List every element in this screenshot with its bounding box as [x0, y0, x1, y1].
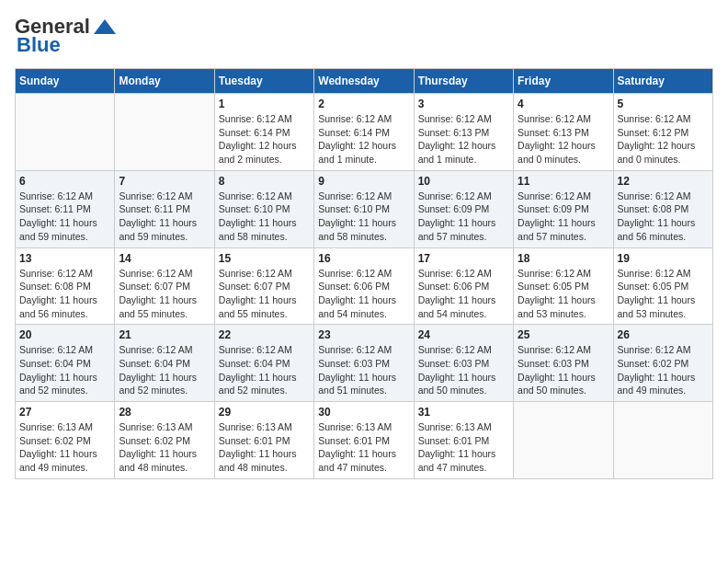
day-info: Sunrise: 6:12 AMSunset: 6:05 PMDaylight:… — [618, 267, 709, 321]
day-number: 10 — [418, 175, 509, 188]
calendar-day-cell: 3Sunrise: 6:12 AMSunset: 6:13 PMDaylight… — [414, 94, 513, 171]
day-info: Sunrise: 6:12 AMSunset: 6:08 PMDaylight:… — [618, 190, 709, 244]
svg-marker-0 — [94, 19, 116, 34]
calendar-day-cell: 18Sunrise: 6:12 AMSunset: 6:05 PMDayligh… — [514, 247, 613, 325]
calendar-day-cell: 1Sunrise: 6:12 AMSunset: 6:14 PMDaylight… — [214, 94, 313, 171]
calendar-day-cell: 17Sunrise: 6:12 AMSunset: 6:06 PMDayligh… — [414, 247, 513, 325]
calendar-day-cell: 23Sunrise: 6:12 AMSunset: 6:03 PMDayligh… — [314, 325, 414, 402]
calendar-day-cell: 15Sunrise: 6:12 AMSunset: 6:07 PMDayligh… — [214, 247, 313, 325]
day-number: 28 — [119, 406, 210, 419]
day-info: Sunrise: 6:12 AMSunset: 6:14 PMDaylight:… — [318, 112, 409, 167]
logo: General Blue — [15, 15, 118, 57]
calendar-day-cell: 19Sunrise: 6:12 AMSunset: 6:05 PMDayligh… — [613, 247, 712, 325]
calendar-day-cell — [115, 94, 214, 171]
calendar-week-row: 6Sunrise: 6:12 AMSunset: 6:11 PMDaylight… — [16, 170, 713, 247]
day-number: 8 — [219, 175, 310, 188]
day-info: Sunrise: 6:12 AMSunset: 6:04 PMDaylight:… — [19, 343, 110, 397]
calendar-day-cell — [613, 402, 712, 479]
day-info: Sunrise: 6:13 AMSunset: 6:01 PMDaylight:… — [318, 420, 409, 475]
calendar-day-cell: 24Sunrise: 6:12 AMSunset: 6:03 PMDayligh… — [414, 325, 513, 402]
calendar-day-cell: 8Sunrise: 6:12 AMSunset: 6:10 PMDaylight… — [214, 170, 313, 247]
calendar-day-cell: 6Sunrise: 6:12 AMSunset: 6:11 PMDaylight… — [16, 170, 115, 247]
calendar-table: SundayMondayTuesdayWednesdayThursdayFrid… — [15, 68, 713, 479]
day-info: Sunrise: 6:13 AMSunset: 6:01 PMDaylight:… — [219, 420, 310, 475]
calendar-day-cell: 22Sunrise: 6:12 AMSunset: 6:04 PMDayligh… — [214, 325, 313, 402]
day-number: 30 — [318, 406, 409, 419]
day-info: Sunrise: 6:13 AMSunset: 6:02 PMDaylight:… — [19, 420, 110, 475]
calendar-week-row: 13Sunrise: 6:12 AMSunset: 6:08 PMDayligh… — [16, 247, 713, 325]
day-number: 22 — [219, 328, 310, 341]
calendar-day-cell: 14Sunrise: 6:12 AMSunset: 6:07 PMDayligh… — [115, 247, 214, 325]
calendar-day-cell: 2Sunrise: 6:12 AMSunset: 6:14 PMDaylight… — [314, 94, 414, 171]
day-number: 21 — [119, 328, 210, 341]
day-info: Sunrise: 6:13 AMSunset: 6:02 PMDaylight:… — [119, 420, 210, 475]
calendar-day-cell: 5Sunrise: 6:12 AMSunset: 6:12 PMDaylight… — [613, 94, 712, 171]
day-info: Sunrise: 6:13 AMSunset: 6:01 PMDaylight:… — [418, 420, 509, 475]
calendar-day-cell: 28Sunrise: 6:13 AMSunset: 6:02 PMDayligh… — [115, 402, 214, 479]
day-number: 15 — [219, 252, 310, 265]
day-number: 12 — [618, 175, 709, 188]
calendar-day-cell: 27Sunrise: 6:13 AMSunset: 6:02 PMDayligh… — [16, 402, 115, 479]
day-number: 25 — [518, 328, 609, 341]
day-number: 4 — [518, 98, 609, 110]
day-info: Sunrise: 6:12 AMSunset: 6:08 PMDaylight:… — [19, 267, 110, 321]
day-info: Sunrise: 6:12 AMSunset: 6:04 PMDaylight:… — [119, 343, 210, 397]
day-info: Sunrise: 6:12 AMSunset: 6:07 PMDaylight:… — [119, 267, 210, 321]
day-number: 16 — [318, 252, 409, 265]
logo-icon — [92, 17, 118, 36]
day-info: Sunrise: 6:12 AMSunset: 6:02 PMDaylight:… — [618, 343, 709, 397]
day-info: Sunrise: 6:12 AMSunset: 6:13 PMDaylight:… — [418, 112, 509, 167]
column-header-wednesday: Wednesday — [314, 69, 414, 94]
day-info: Sunrise: 6:12 AMSunset: 6:06 PMDaylight:… — [318, 267, 409, 321]
calendar-day-cell: 30Sunrise: 6:13 AMSunset: 6:01 PMDayligh… — [314, 402, 414, 479]
day-info: Sunrise: 6:12 AMSunset: 6:07 PMDaylight:… — [219, 267, 310, 321]
calendar-day-cell: 29Sunrise: 6:13 AMSunset: 6:01 PMDayligh… — [214, 402, 313, 479]
day-info: Sunrise: 6:12 AMSunset: 6:05 PMDaylight:… — [518, 267, 609, 321]
day-info: Sunrise: 6:12 AMSunset: 6:12 PMDaylight:… — [618, 112, 709, 167]
calendar-day-cell: 20Sunrise: 6:12 AMSunset: 6:04 PMDayligh… — [16, 325, 115, 402]
calendar-day-cell: 9Sunrise: 6:12 AMSunset: 6:10 PMDaylight… — [314, 170, 414, 247]
day-info: Sunrise: 6:12 AMSunset: 6:04 PMDaylight:… — [219, 343, 310, 397]
day-number: 3 — [418, 98, 509, 110]
day-number: 11 — [518, 175, 609, 188]
column-header-friday: Friday — [514, 69, 613, 94]
calendar-week-row: 20Sunrise: 6:12 AMSunset: 6:04 PMDayligh… — [16, 325, 713, 402]
day-info: Sunrise: 6:12 AMSunset: 6:10 PMDaylight:… — [219, 190, 310, 244]
day-number: 13 — [19, 252, 110, 265]
calendar-day-cell: 12Sunrise: 6:12 AMSunset: 6:08 PMDayligh… — [613, 170, 712, 247]
day-info: Sunrise: 6:12 AMSunset: 6:09 PMDaylight:… — [418, 190, 509, 244]
column-header-monday: Monday — [115, 69, 214, 94]
day-number: 19 — [618, 252, 709, 265]
day-number: 14 — [119, 252, 210, 265]
logo-blue-text: Blue — [17, 33, 61, 57]
day-info: Sunrise: 6:12 AMSunset: 6:03 PMDaylight:… — [418, 343, 509, 397]
day-number: 27 — [19, 406, 110, 419]
calendar-day-cell: 16Sunrise: 6:12 AMSunset: 6:06 PMDayligh… — [314, 247, 414, 325]
column-header-thursday: Thursday — [414, 69, 513, 94]
day-info: Sunrise: 6:12 AMSunset: 6:03 PMDaylight:… — [518, 343, 609, 397]
day-info: Sunrise: 6:12 AMSunset: 6:09 PMDaylight:… — [518, 190, 609, 244]
calendar-day-cell — [514, 402, 613, 479]
day-number: 9 — [318, 175, 409, 188]
column-header-saturday: Saturday — [613, 69, 712, 94]
day-info: Sunrise: 6:12 AMSunset: 6:06 PMDaylight:… — [418, 267, 509, 321]
column-header-sunday: Sunday — [16, 69, 115, 94]
day-info: Sunrise: 6:12 AMSunset: 6:11 PMDaylight:… — [19, 190, 110, 244]
day-number: 26 — [618, 328, 709, 341]
calendar-day-cell: 11Sunrise: 6:12 AMSunset: 6:09 PMDayligh… — [514, 170, 613, 247]
calendar-day-cell: 10Sunrise: 6:12 AMSunset: 6:09 PMDayligh… — [414, 170, 513, 247]
column-header-tuesday: Tuesday — [214, 69, 313, 94]
calendar-day-cell: 4Sunrise: 6:12 AMSunset: 6:13 PMDaylight… — [514, 94, 613, 171]
day-info: Sunrise: 6:12 AMSunset: 6:10 PMDaylight:… — [318, 190, 409, 244]
day-number: 17 — [418, 252, 509, 265]
calendar-week-row: 27Sunrise: 6:13 AMSunset: 6:02 PMDayligh… — [16, 402, 713, 479]
day-number: 18 — [518, 252, 609, 265]
calendar-day-cell — [16, 94, 115, 171]
calendar-day-cell: 25Sunrise: 6:12 AMSunset: 6:03 PMDayligh… — [514, 325, 613, 402]
day-number: 6 — [19, 175, 110, 188]
day-number: 23 — [318, 328, 409, 341]
day-number: 1 — [219, 98, 310, 110]
calendar-day-cell: 13Sunrise: 6:12 AMSunset: 6:08 PMDayligh… — [16, 247, 115, 325]
day-info: Sunrise: 6:12 AMSunset: 6:13 PMDaylight:… — [518, 112, 609, 167]
day-info: Sunrise: 6:12 AMSunset: 6:03 PMDaylight:… — [318, 343, 409, 397]
